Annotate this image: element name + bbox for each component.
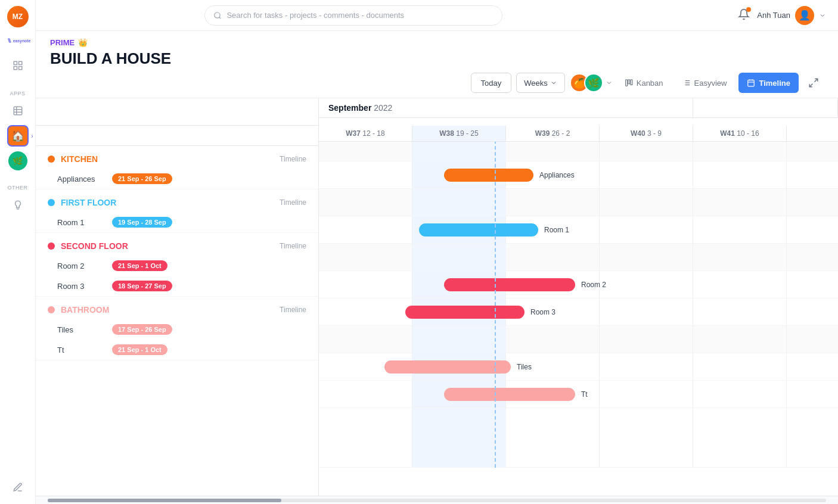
other-label: OTHER bbox=[8, 185, 28, 191]
svg-rect-11 bbox=[625, 80, 627, 86]
apps-label: APPS bbox=[10, 91, 25, 97]
team-chevron-icon[interactable] bbox=[606, 79, 613, 86]
task-row-room2: Room 2 21 Sep - 1 Oct bbox=[36, 256, 318, 276]
scrollbar-thumb[interactable] bbox=[48, 499, 281, 502]
kitchen-name: KITCHEN bbox=[61, 154, 98, 164]
kitchen-header: KITCHEN Timeline bbox=[36, 146, 318, 169]
task-badge-room2: 21 Sep - 1 Oct bbox=[112, 260, 167, 271]
task-badge-room3: 18 Sep - 27 Sep bbox=[112, 281, 172, 291]
second-floor-name: SECOND FLOOR bbox=[61, 241, 128, 251]
task-row-appliances: Appliances 21 Sep - 26 Sep bbox=[36, 169, 318, 189]
svg-rect-3 bbox=[14, 67, 17, 70]
task-name-tt: Tt bbox=[57, 346, 105, 354]
sidebar-icon-avatar2[interactable]: 🌿 bbox=[7, 150, 29, 172]
kanban-label: Kanban bbox=[637, 79, 663, 88]
bar-tiles[interactable] bbox=[384, 360, 511, 374]
task-row-tiles: Tiles 17 Sep - 26 Sep bbox=[36, 319, 318, 340]
second-floor-dot bbox=[48, 242, 55, 250]
svg-rect-4 bbox=[18, 67, 21, 70]
prime-text: PRIME bbox=[50, 38, 75, 47]
task-name-tiles: Tiles bbox=[57, 325, 105, 334]
expand-icon bbox=[808, 77, 819, 88]
gantt-row-room1: Room 1 bbox=[319, 216, 838, 244]
svg-rect-1 bbox=[14, 61, 17, 64]
today-button[interactable]: Today bbox=[471, 73, 512, 93]
svg-rect-2 bbox=[18, 61, 21, 64]
gantt-row-bathroom-header bbox=[319, 326, 838, 353]
user-avatar: 👤 bbox=[795, 6, 814, 25]
timeline-icon bbox=[747, 79, 755, 87]
active-project-wrapper: 🏠 › bbox=[7, 125, 29, 147]
gantt-row-second-floor-header bbox=[319, 244, 838, 271]
gantt-row-empty bbox=[319, 408, 838, 468]
bar-room3[interactable] bbox=[405, 306, 524, 319]
sidebar-icon-bulb[interactable] bbox=[7, 194, 29, 216]
team-avatars: 🍊 🌿 bbox=[570, 73, 613, 92]
sidebar-icon-grid[interactable] bbox=[7, 55, 29, 76]
task-name-room1: Room 1 bbox=[57, 218, 105, 227]
expand-button[interactable] bbox=[803, 73, 824, 93]
bathroom-name: BATHROOM bbox=[61, 305, 109, 315]
bathroom-dot bbox=[48, 306, 55, 313]
svg-rect-20 bbox=[748, 80, 755, 86]
task-group-bathroom: BATHROOM Timeline Tiles 17 Sep - 26 Sep … bbox=[36, 297, 318, 360]
scrollbar-track[interactable] bbox=[48, 499, 826, 502]
top-nav: Search for tasks - projects - comments -… bbox=[36, 0, 838, 31]
kanban-icon bbox=[625, 79, 633, 87]
main-area: Search for tasks - projects - comments -… bbox=[36, 0, 838, 504]
task-badge-tt: 21 Sep - 1 Oct bbox=[112, 344, 167, 355]
weeks-button[interactable]: Weeks bbox=[516, 73, 565, 93]
task-group-kitchen: KITCHEN Timeline Appliances 21 Sep - 26 … bbox=[36, 146, 318, 189]
crown-icon: 👑 bbox=[78, 38, 88, 47]
first-floor-label: Timeline bbox=[280, 198, 306, 207]
task-name-room2: Room 2 bbox=[57, 262, 105, 270]
gantt-body: Appliances bbox=[319, 134, 838, 468]
week-w39: W39 26 - 2 bbox=[506, 126, 600, 141]
bar-appliances[interactable] bbox=[444, 169, 533, 182]
easyview-button[interactable]: Easyview bbox=[675, 73, 734, 93]
bottom-scrollbar-area bbox=[36, 496, 838, 504]
timeline-container: KITCHEN Timeline Appliances 21 Sep - 26 … bbox=[36, 98, 838, 496]
kitchen-dot bbox=[48, 155, 55, 163]
bar-room1[interactable] bbox=[419, 223, 538, 237]
top-nav-right: Anh Tuan 👤 bbox=[738, 6, 826, 25]
project-avatar[interactable]: 🏠 bbox=[7, 125, 29, 147]
task-list-header bbox=[36, 98, 318, 126]
svg-line-25 bbox=[809, 84, 812, 87]
svg-line-24 bbox=[815, 79, 818, 82]
notification-bell[interactable] bbox=[738, 8, 750, 23]
task-row-room3: Room 3 18 Sep - 27 Sep bbox=[36, 276, 318, 296]
sidebar-icon-pen[interactable] bbox=[7, 477, 29, 498]
first-floor-dot bbox=[48, 199, 55, 206]
gantt-row-first-floor-header bbox=[319, 189, 838, 216]
task-row-tt: Tt 21 Sep - 1 Oct bbox=[36, 340, 318, 360]
user-avatar-initials[interactable]: MZ bbox=[7, 6, 29, 27]
bar-room2[interactable] bbox=[444, 278, 575, 291]
weeks-label: Weeks bbox=[524, 79, 548, 88]
team-avatar-2[interactable]: 🌿 bbox=[584, 73, 603, 92]
easyview-icon bbox=[682, 79, 691, 87]
gantt-row-tiles: Tiles bbox=[319, 353, 838, 381]
week-w40: W40 3 - 9 bbox=[600, 126, 693, 141]
bathroom-header: BATHROOM Timeline bbox=[36, 297, 318, 319]
user-chevron-icon bbox=[819, 12, 826, 19]
bar-tt[interactable] bbox=[444, 388, 575, 401]
bar-label-appliances: Appliances bbox=[539, 171, 575, 179]
user-info[interactable]: Anh Tuan 👤 bbox=[757, 6, 826, 25]
prime-badge: PRIME 👑 bbox=[50, 38, 824, 47]
user-name: Anh Tuan bbox=[757, 11, 790, 20]
kanban-button[interactable]: Kanban bbox=[617, 73, 671, 93]
timeline-label: Timeline bbox=[759, 79, 790, 88]
task-group-first-floor: FIRST FLOOR Timeline Room 1 19 Sep - 28 … bbox=[36, 189, 318, 233]
task-name-appliances: Appliances bbox=[57, 175, 105, 183]
svg-point-9 bbox=[215, 12, 220, 17]
bar-label-room3: Room 3 bbox=[530, 308, 555, 316]
gantt-row-appliances: Appliances bbox=[319, 161, 838, 189]
timeline-button[interactable]: Timeline bbox=[738, 73, 799, 93]
gantt-month: September 2022 bbox=[319, 98, 693, 117]
sidebar-icon-table[interactable] bbox=[7, 100, 29, 122]
task-group-second-floor: SECOND FLOOR Timeline Room 2 21 Sep - 1 … bbox=[36, 233, 318, 297]
weeks-chevron-icon bbox=[550, 79, 557, 86]
search-bar[interactable]: Search for tasks - projects - comments -… bbox=[204, 5, 502, 26]
bar-label-tt: Tt bbox=[581, 390, 588, 399]
